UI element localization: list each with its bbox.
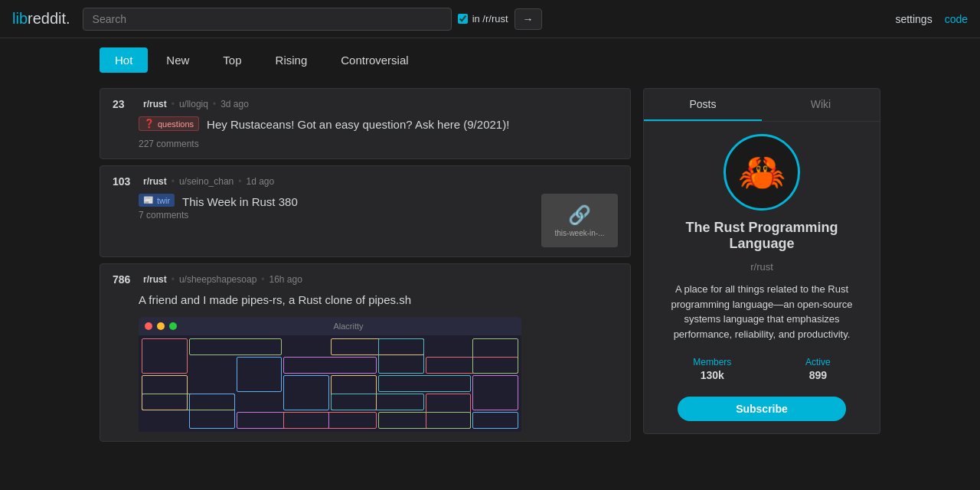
pipe-block [472,412,518,429]
alacritty-title: Alacritty [333,322,363,331]
flair-text: questions [158,119,194,129]
post-username[interactable]: u/llogiq [179,99,208,109]
post-image-preview[interactable]: Alacritty [139,317,521,432]
window-maximize-dot [169,322,177,330]
post-time: 3d ago [220,99,249,109]
search-go-button[interactable]: → [514,8,542,30]
tab-posts[interactable]: Posts [644,89,762,121]
post-thumbnail[interactable]: 🔗 this-week-in-... [541,194,618,247]
settings-link[interactable]: settings [895,13,932,25]
pipe-block [378,412,472,429]
post-time: 1d ago [246,176,274,187]
post-card: 23 r/rust • u/llogiq • 3d ago ❓ question… [100,88,631,159]
alacritty-titlebar: Alacritty [139,317,521,335]
thumb-label: this-week-in-... [554,229,604,237]
post-with-thumb: 📰 twir This Week in Rust 380 7 comments … [113,194,618,247]
post-title[interactable]: This Week in Rust 380 [182,194,298,210]
alacritty-body [139,335,521,432]
post-subreddit[interactable]: r/rust [143,274,167,285]
post-username[interactable]: u/sheepshapesoap [179,274,256,285]
pipe-block [283,375,329,410]
pipe-block [378,375,472,392]
post-body: A friend and I made pipes-rs, a Rust clo… [139,292,618,308]
pipe-block [331,394,424,410]
post-text-area: 📰 twir This Week in Rust 380 7 comments [113,194,532,220]
link-icon: 🔗 [568,204,591,226]
sidebar-card: Posts Wiki 🦀 The Rust Programming Langua… [643,88,880,434]
subscribe-button[interactable]: Subscribe [678,397,847,421]
members-label: Members [693,357,731,368]
in-subreddit-toggle[interactable]: in /r/rust [458,13,508,24]
flair-emoji: ❓ [144,119,155,129]
sidebar-tabs: Posts Wiki [644,89,880,122]
header-actions: settings code [895,13,968,25]
logo-reddit: reddit. [28,10,70,27]
post-card: 786 r/rust • u/sheepshapesoap • 16h ago … [100,263,631,442]
pipe-block [472,338,518,374]
header: libreddit. in /r/rust → settings code [0,0,980,38]
post-subreddit[interactable]: r/rust [143,99,167,109]
members-stat: Members 130k [693,357,731,381]
post-flair[interactable]: ❓ questions [139,116,199,131]
tab-top[interactable]: Top [207,47,256,73]
search-input[interactable] [83,8,452,31]
pipe-block [237,357,283,392]
pipe-block [283,357,377,374]
post-score: 103 [113,175,136,188]
post-meta: 786 r/rust • u/sheepshapesoap • 16h ago [113,273,618,286]
sidebar-body: 🦀 The Rust Programming Language r/rust A… [644,122,880,433]
flair-text: twir [157,196,170,205]
tab-controversial[interactable]: Controversial [325,47,423,73]
community-description: A place for all things related to the Ru… [656,282,867,341]
logo[interactable]: libreddit. [12,10,70,28]
pipe-block [472,375,518,410]
members-value: 130k [701,369,724,381]
posts-column: 23 r/rust • u/llogiq • 3d ago ❓ question… [100,88,631,442]
community-subreddit[interactable]: r/rust [750,261,773,273]
pipe-block [189,394,235,429]
post-body: ❓ questions Hey Rustaceans! Got an easy … [139,116,618,132]
post-card: 103 r/rust • u/seino_chan • 1d ago 📰 twi… [100,165,631,257]
post-flair[interactable]: 📰 twir [139,194,175,207]
code-link[interactable]: code [945,13,968,25]
community-logo: 🦀 [724,134,800,211]
logo-lib: lib [12,10,28,27]
pipe-block [189,338,283,355]
active-value: 899 [809,369,827,381]
post-title[interactable]: Hey Rustaceans! Got an easy question? As… [207,116,509,132]
post-body: 📰 twir This Week in Rust 380 [139,194,532,210]
post-meta: 23 r/rust • u/llogiq • 3d ago [113,98,618,110]
main-content: 23 r/rust • u/llogiq • 3d ago ❓ question… [0,88,980,442]
tab-new[interactable]: New [151,47,204,73]
sort-tabs: Hot New Top Rising Controversial [0,38,980,82]
pipe-block [378,338,424,374]
post-title[interactable]: A friend and I made pipes-rs, a Rust clo… [139,292,411,308]
post-comments[interactable]: 227 comments [139,139,618,149]
pipe-block [283,412,377,429]
active-stat: Active 899 [805,357,831,381]
sidebar-stats: Members 130k Active 899 [656,351,867,381]
window-close-dot [145,322,152,330]
pipe-block [142,338,188,374]
active-label: Active [805,357,831,368]
tab-hot[interactable]: Hot [100,47,148,73]
post-comments[interactable]: 7 comments [139,210,532,220]
post-score: 23 [113,98,136,110]
in-subreddit-label: in /r/rust [472,13,508,24]
in-subreddit-checkbox[interactable] [458,14,468,24]
tab-rising[interactable]: Rising [260,47,323,73]
alacritty-mockup: Alacritty [139,317,521,432]
sidebar: Posts Wiki 🦀 The Rust Programming Langua… [643,88,880,442]
tab-wiki[interactable]: Wiki [762,89,880,121]
search-area: in /r/rust → [83,8,542,31]
rust-crab-icon: 🦀 [738,150,786,194]
post-time: 16h ago [270,274,302,285]
flair-emoji: 📰 [143,195,154,205]
post-score: 786 [113,273,136,286]
post-subreddit[interactable]: r/rust [143,176,167,187]
post-meta: 103 r/rust • u/seino_chan • 1d ago [113,175,618,188]
community-title: The Rust Programming Language [656,220,867,252]
pipe-block [142,375,188,410]
window-minimize-dot [157,322,165,330]
post-username[interactable]: u/seino_chan [179,176,234,187]
